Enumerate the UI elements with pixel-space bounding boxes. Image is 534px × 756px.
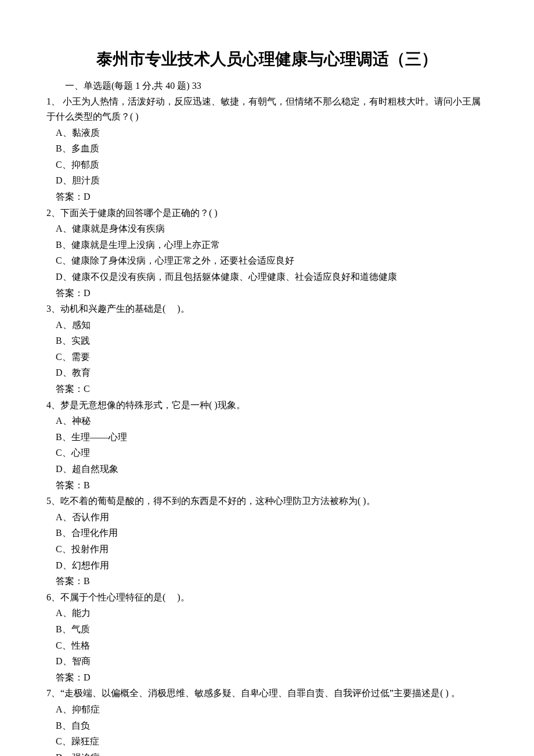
option-d: D、强迫症	[46, 750, 488, 756]
option-d: D、超自然现象	[46, 462, 488, 477]
question-block-5: 5、吃不着的葡萄是酸的，得不到的东西是不好的，这种心理防卫方法被称为( )。 A…	[46, 494, 488, 589]
question-num: 3、	[46, 304, 60, 314]
option-b: B、实践	[46, 333, 488, 348]
option-c: C、投射作用	[46, 542, 488, 557]
question-block-6: 6、不属于个性心理特征的是( )。 A、能力 B、气质 C、性格 D、智商 答案…	[46, 590, 488, 685]
option-d: D、胆汁质	[46, 173, 488, 188]
option-b: B、自负	[46, 718, 488, 733]
answer: 答案：D	[46, 670, 488, 685]
answer: 答案：D	[46, 286, 488, 301]
answer: 答案：C	[46, 381, 488, 397]
option-c: C、性格	[46, 638, 488, 653]
question-num: 7、	[46, 688, 60, 698]
question-text: 不属于个性心理特征的是( )。	[60, 592, 190, 602]
option-d: D、幻想作用	[46, 558, 488, 573]
question-block-2: 2、下面关于健康的回答哪个是正确的？( ) A、健康就是身体没有疾病 B、健康就…	[46, 206, 488, 301]
option-b: B、健康就是生理上没病，心理上亦正常	[46, 237, 488, 253]
option-d: D、教育	[46, 365, 488, 380]
option-c: C、躁狂症	[46, 734, 488, 749]
option-a: A、否认作用	[46, 510, 488, 525]
question-text: 吃不着的葡萄是酸的，得不到的东西是不好的，这种心理防卫方法被称为( )。	[60, 496, 376, 506]
question-text: 梦是无意想像的特殊形式，它是一种( )现象。	[60, 400, 246, 410]
option-b: B、合理化作用	[46, 525, 488, 541]
page-title: 泰州市专业技术人员心理健康与心理调适（三）	[46, 46, 488, 73]
question-num: 1、	[46, 96, 60, 106]
question-text: 小王为人热情，活泼好动，反应迅速、敏捷，有朝气，但情绪不那么稳定，有时粗枝大叶。…	[46, 96, 481, 121]
option-d: D、健康不仅是没有疾病，而且包括躯体健康、心理健康、社会适应良好和道德健康	[46, 269, 488, 285]
option-c: C、抑郁质	[46, 157, 488, 172]
option-a: A、健康就是身体没有疾病	[46, 221, 488, 236]
answer: 答案：B	[46, 478, 488, 493]
option-a: A、抑郁症	[46, 702, 488, 717]
question-block-7: 7、“走极端、以偏概全、消极思维、敏感多疑、自卑心理、自罪自责、自我评价过低”主…	[46, 686, 488, 756]
option-b: B、气质	[46, 622, 488, 637]
option-a: A、感知	[46, 318, 488, 333]
question-num: 4、	[46, 400, 60, 410]
option-c: C、心理	[46, 445, 488, 460]
question-num: 2、	[46, 208, 60, 218]
option-b: B、生理——心理	[46, 430, 488, 445]
question-num: 5、	[46, 496, 60, 506]
option-d: D、智商	[46, 654, 488, 669]
question-text: “走极端、以偏概全、消极思维、敏感多疑、自卑心理、自罪自责、自我评价过低”主要描…	[60, 688, 460, 698]
question-num: 6、	[46, 592, 60, 602]
option-b: B、多血质	[46, 141, 488, 156]
question-text: 动机和兴趣产生的基础是( )。	[60, 304, 190, 314]
option-a: A、能力	[46, 606, 488, 621]
option-c: C、需要	[46, 350, 488, 365]
option-c: C、健康除了身体没病，心理正常之外，还要社会适应良好	[46, 253, 488, 268]
answer: 答案：B	[46, 574, 488, 589]
question-text: 下面关于健康的回答哪个是正确的？( )	[60, 208, 218, 218]
question-block-1: 1、 小王为人热情，活泼好动，反应迅速、敏捷，有朝气，但情绪不那么稳定，有时粗枝…	[46, 94, 488, 204]
section-header: 一、单选题(每题 1 分,共 40 题) 33	[46, 78, 488, 93]
option-a: A、神秘	[46, 413, 488, 429]
question-block-3: 3、动机和兴趣产生的基础是( )。 A、感知 B、实践 C、需要 D、教育 答案…	[46, 301, 488, 397]
option-a: A、黏液质	[46, 125, 488, 141]
answer: 答案：D	[46, 189, 488, 204]
question-block-4: 4、梦是无意想像的特殊形式，它是一种( )现象。 A、神秘 B、生理——心理 C…	[46, 398, 488, 493]
